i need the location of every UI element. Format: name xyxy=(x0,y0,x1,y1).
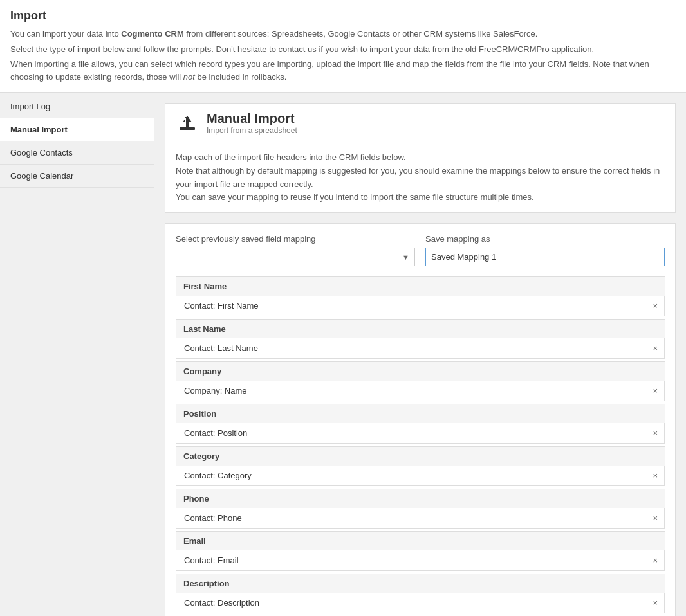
clear-field-button[interactable]: × xyxy=(646,508,664,528)
field-input-row: × xyxy=(176,338,665,359)
page-wrapper: Import You can import your data into Cog… xyxy=(0,0,686,616)
save-mapping-label: Save mapping as xyxy=(425,234,665,244)
clear-field-button[interactable]: × xyxy=(646,381,664,401)
field-label-position: Position xyxy=(176,404,665,423)
field-label-description: Description xyxy=(176,574,665,593)
select-mapping-wrapper: ▼ xyxy=(176,248,415,266)
info-line-1: Map each of the import file headers into… xyxy=(176,151,665,165)
clear-field-button[interactable]: × xyxy=(646,466,664,485)
save-mapping-input[interactable] xyxy=(425,248,665,266)
field-input-first-name[interactable] xyxy=(176,296,646,316)
content-area: Manual Import Import from a spreadsheet … xyxy=(154,93,686,616)
sidebar-item-google-contacts[interactable]: Google Contacts xyxy=(0,141,154,165)
info-box: Map each of the import file headers into… xyxy=(165,143,676,213)
field-input-email[interactable] xyxy=(176,550,646,570)
section-title-block: Manual Import Import from a spreadsheet xyxy=(207,111,297,135)
field-input-row: × xyxy=(176,381,665,401)
field-input-row: × xyxy=(176,550,665,571)
sidebar: Import Log Manual Import Google Contacts… xyxy=(0,93,154,616)
field-input-phone[interactable] xyxy=(176,508,646,528)
sidebar-item-manual-import[interactable]: Manual Import xyxy=(0,118,154,141)
svg-rect-1 xyxy=(186,117,189,127)
field-input-row: × xyxy=(176,593,665,613)
section-title: Manual Import xyxy=(207,111,297,126)
field-input-row: × xyxy=(176,508,665,529)
form-section: Select previously saved field mapping ▼ … xyxy=(165,223,676,616)
sidebar-item-google-calendar[interactable]: Google Calendar xyxy=(0,165,154,188)
clear-field-button[interactable]: × xyxy=(646,423,664,443)
intro-line-3: When importing a file allows, you can se… xyxy=(10,58,676,83)
field-input-row: × xyxy=(176,423,665,444)
field-label-category: Category xyxy=(176,446,665,466)
select-mapping-label: Select previously saved field mapping xyxy=(176,234,415,244)
select-mapping-group: Select previously saved field mapping ▼ xyxy=(176,234,415,266)
section-subtitle: Import from a spreadsheet xyxy=(207,126,297,135)
intro-line-1: You can import your data into Cogmento C… xyxy=(10,28,676,41)
not-italic: not xyxy=(183,72,195,82)
clear-field-button[interactable]: × xyxy=(646,593,664,613)
clear-field-button[interactable]: × xyxy=(646,550,664,570)
main-content: Import Log Manual Import Google Contacts… xyxy=(0,93,686,616)
sidebar-item-label: Manual Import xyxy=(10,125,68,134)
field-input-description[interactable] xyxy=(176,593,646,613)
save-mapping-group: Save mapping as xyxy=(425,234,665,266)
field-label-company: Company xyxy=(176,361,665,381)
field-label-phone: Phone xyxy=(176,489,665,508)
clear-field-button[interactable]: × xyxy=(646,296,664,316)
sidebar-item-label: Google Calendar xyxy=(10,171,73,181)
clear-field-button[interactable]: × xyxy=(646,338,664,358)
field-input-company[interactable] xyxy=(176,381,646,401)
svg-rect-0 xyxy=(180,127,195,130)
select-mapping-dropdown[interactable] xyxy=(176,248,414,266)
sidebar-item-import-log[interactable]: Import Log xyxy=(0,95,154,118)
sidebar-item-label: Import Log xyxy=(10,102,50,111)
field-input-position[interactable] xyxy=(176,423,646,443)
brand-name: Cogmento CRM xyxy=(121,29,184,39)
intro-line-2: Select the type of import below and foll… xyxy=(10,43,676,56)
info-line-3: You can save your mapping to reuse if yo… xyxy=(176,191,665,204)
field-label-last-name: Last Name xyxy=(176,319,665,338)
info-line-2: Note that although by default mapping is… xyxy=(176,165,665,192)
field-input-row: × xyxy=(176,296,665,316)
field-input-row: × xyxy=(176,466,665,486)
field-input-category[interactable] xyxy=(176,466,646,485)
top-header: Import You can import your data into Cog… xyxy=(0,0,686,93)
section-header: Manual Import Import from a spreadsheet xyxy=(165,103,676,143)
mapping-top-row: Select previously saved field mapping ▼ … xyxy=(176,234,665,266)
field-rows-container: First Name×Last Name×Company×Position×Ca… xyxy=(176,276,665,613)
field-label-first-name: First Name xyxy=(176,276,665,296)
field-input-last-name[interactable] xyxy=(176,338,646,358)
sidebar-item-label: Google Contacts xyxy=(10,148,73,158)
field-label-email: Email xyxy=(176,531,665,550)
upload-icon xyxy=(176,112,199,135)
page-title: Import xyxy=(10,9,676,23)
